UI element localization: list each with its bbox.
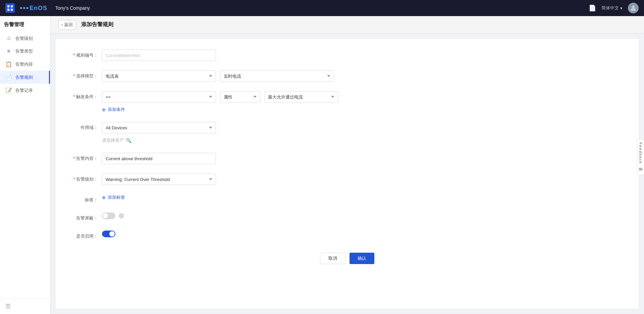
svg-rect-2 bbox=[7, 9, 9, 11]
brand-text: EnOS bbox=[30, 5, 47, 12]
condition-inputs: >= <= > < 属性 参数 最大允许通过电流 最小允许电流 bbox=[102, 91, 623, 103]
collapse-icon[interactable]: ☰ bbox=[5, 303, 11, 310]
mute-row: 告警屏蔽： bbox=[72, 212, 623, 221]
sidebar-title: 告警管理 bbox=[0, 16, 50, 32]
cancel-button[interactable]: 取消 bbox=[320, 253, 345, 264]
brand-logo: EnOS bbox=[20, 5, 47, 12]
rule-icon: 📄 bbox=[5, 74, 12, 80]
sidebar-item-label: 告警内容 bbox=[15, 61, 33, 67]
main-content: ‹ 返回 添加告警规则 规则编号： 选择模型： 电流表 bbox=[50, 16, 644, 314]
add-tag-btn[interactable]: ⊕ 添加标签 bbox=[102, 194, 623, 200]
alert-level-content: Warning: Current Over Threshold Alert Cr… bbox=[102, 174, 623, 185]
alert-content-row: 告警内容： bbox=[72, 153, 623, 164]
tag-row: 标签： ⊕ 添加标签 bbox=[72, 194, 623, 203]
add-condition-btn[interactable]: ⊕ 添加条件 bbox=[102, 107, 623, 113]
content-icon: 📋 bbox=[5, 61, 12, 67]
alert-content-content bbox=[102, 153, 623, 164]
condition-row: 触发条件： >= <= > < 属性 参数 bbox=[72, 91, 623, 113]
sidebar-item-record[interactable]: 📝 告警记录 bbox=[0, 84, 50, 97]
back-button[interactable]: ‹ 返回 bbox=[58, 20, 76, 29]
brand-dots bbox=[20, 7, 28, 9]
model-sub-select[interactable]: 实时电流 实时电压 bbox=[220, 70, 334, 82]
condition-op-select[interactable]: >= <= > < bbox=[102, 91, 216, 103]
sidebar-item-type[interactable]: ≡ 告警类型 bbox=[0, 45, 50, 58]
form-area: 规则编号： 选择模型： 电流表 电压表 功率表 实时 bbox=[56, 39, 639, 309]
svg-rect-0 bbox=[7, 5, 9, 7]
mute-content bbox=[102, 212, 623, 219]
svg-rect-1 bbox=[11, 5, 13, 7]
add-condition-label: 添加条件 bbox=[108, 107, 125, 113]
rule-id-label: 规则编号： bbox=[72, 50, 102, 58]
feedback-tab[interactable]: Feedback ✉ bbox=[637, 139, 644, 175]
mute-extra-dot bbox=[119, 213, 124, 218]
sidebar-item-rule[interactable]: 📄 告警规则 bbox=[0, 71, 50, 84]
scope-label: 作用域： bbox=[72, 122, 102, 131]
user-avatar[interactable] bbox=[628, 3, 639, 13]
doc-icon[interactable]: 📄 bbox=[589, 4, 596, 12]
sidebar-item-content[interactable]: 📋 告警内容 bbox=[0, 58, 50, 71]
model-select[interactable]: 电流表 电压表 功率表 bbox=[102, 70, 216, 82]
scope-content: All Devices Specified Devices 请选择资产 🔍 bbox=[102, 122, 623, 143]
enabled-label: 是否启用： bbox=[72, 231, 102, 239]
record-icon: 📝 bbox=[5, 87, 12, 93]
add-tag-label: 添加标签 bbox=[108, 194, 125, 200]
company-name: Tony's Company bbox=[55, 5, 90, 11]
sidebar-item-label: 告警级别 bbox=[15, 36, 33, 42]
rule-id-content bbox=[102, 50, 623, 61]
feedback-mail-icon: ✉ bbox=[639, 167, 643, 172]
alert-content-input[interactable] bbox=[102, 153, 216, 164]
sidebar-item-label: 告警类型 bbox=[15, 48, 33, 54]
sidebar-bottom: ☰ bbox=[0, 298, 50, 314]
sidebar-item-label: 告警记录 bbox=[15, 87, 33, 93]
condition-type-select[interactable]: 属性 参数 bbox=[220, 91, 260, 103]
mute-label: 告警屏蔽： bbox=[72, 212, 102, 221]
condition-label: 触发条件： bbox=[72, 91, 102, 100]
svg-point-4 bbox=[632, 6, 635, 8]
feedback-label: Feedback bbox=[639, 142, 643, 164]
mute-toggle-knob bbox=[103, 213, 108, 218]
mute-toggle-container bbox=[102, 212, 623, 219]
search-icon: 🔍 bbox=[126, 138, 131, 143]
alert-content-label: 告警内容： bbox=[72, 153, 102, 162]
rule-id-row: 规则编号： bbox=[72, 50, 623, 61]
model-row: 选择模型： 电流表 电压表 功率表 实时电流 实时电压 bbox=[72, 70, 623, 82]
page-header: ‹ 返回 添加告警规则 bbox=[50, 16, 644, 34]
tag-content: ⊕ 添加标签 bbox=[102, 194, 623, 200]
back-chevron-icon: ‹ bbox=[61, 22, 63, 27]
alert-level-select[interactable]: Warning: Current Over Threshold Alert Cr… bbox=[102, 174, 216, 185]
enabled-row: 是否启用： bbox=[72, 231, 623, 239]
app-grid-icon[interactable] bbox=[5, 3, 15, 13]
model-select-group: 电流表 电压表 功率表 实时电流 实时电压 bbox=[102, 70, 623, 82]
enabled-toggle-knob bbox=[109, 231, 115, 237]
mute-toggle[interactable] bbox=[102, 212, 115, 219]
scope-row: 作用域： All Devices Specified Devices 请选择资产… bbox=[72, 122, 623, 143]
svg-rect-3 bbox=[11, 9, 13, 11]
tag-label: 标签： bbox=[72, 194, 102, 203]
sidebar: 告警管理 ☆ 告警级别 ≡ 告警类型 📋 告警内容 📄 告警规则 📝 告警记录 … bbox=[0, 16, 50, 314]
sidebar-item-label: 告警规则 bbox=[15, 74, 33, 80]
sidebar-item-level[interactable]: ☆ 告警级别 bbox=[0, 32, 50, 45]
alert-level-row: 告警级别： Warning: Current Over Threshold Al… bbox=[72, 174, 623, 185]
model-content: 电流表 电压表 功率表 实时电流 实时电压 bbox=[102, 70, 623, 82]
back-label: 返回 bbox=[64, 22, 73, 28]
level-icon: ☆ bbox=[5, 35, 12, 42]
enabled-content bbox=[102, 231, 623, 237]
type-icon: ≡ bbox=[5, 48, 12, 54]
condition-content: >= <= > < 属性 参数 最大允许通过电流 最小允许电流 bbox=[102, 91, 623, 113]
topbar-right: 📄 简体中文 ▾ bbox=[589, 3, 639, 13]
form-actions: 取消 确认 bbox=[72, 253, 623, 264]
add-tag-plus-icon: ⊕ bbox=[102, 195, 106, 200]
confirm-button[interactable]: 确认 bbox=[350, 253, 374, 264]
model-label: 选择模型： bbox=[72, 70, 102, 79]
page-title: 添加告警规则 bbox=[81, 21, 113, 28]
add-condition-plus-icon: ⊕ bbox=[102, 107, 106, 112]
condition-attr-select[interactable]: 最大允许通过电流 最小允许电流 bbox=[264, 91, 338, 103]
topbar: EnOS Tony's Company 📄 简体中文 ▾ bbox=[0, 0, 644, 16]
enabled-toggle[interactable] bbox=[102, 231, 115, 237]
language-selector[interactable]: 简体中文 ▾ bbox=[601, 5, 623, 11]
scope-placeholder-text: 请选择资产 bbox=[102, 137, 124, 143]
rule-id-input[interactable] bbox=[102, 50, 216, 61]
alert-level-label: 告警级别： bbox=[72, 174, 102, 182]
scope-select[interactable]: All Devices Specified Devices bbox=[102, 122, 216, 133]
scope-search: 请选择资产 🔍 bbox=[102, 137, 623, 143]
